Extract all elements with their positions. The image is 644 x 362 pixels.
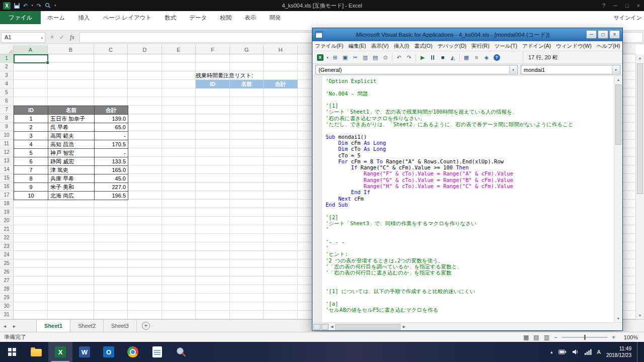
left-table-cell[interactable]: 9 — [14, 183, 48, 192]
row-header-30[interactable]: 30 — [0, 302, 13, 311]
left-table-cell[interactable]: 3 — [14, 132, 48, 140]
row-header-22[interactable]: 22 — [0, 234, 13, 242]
sheet-tab-sheet2[interactable]: Sheet2 — [70, 320, 104, 332]
vbe-save-button[interactable]: ▣ — [340, 53, 350, 62]
cut-button[interactable]: ✂ — [350, 53, 360, 62]
ribbon-tab-0[interactable]: ファイル — [0, 11, 41, 24]
row-header-2[interactable]: 2 — [0, 63, 13, 71]
left-table-cell[interactable]: 高知 昌浩 — [48, 140, 95, 149]
break-button[interactable] — [428, 53, 438, 62]
ribbon-tab-1[interactable]: ホーム — [41, 11, 71, 24]
vbe-menu-9[interactable]: ウィンドウ(W) — [553, 43, 594, 50]
row-header-12[interactable]: 12 — [0, 148, 13, 157]
left-table-cell[interactable]: 5 — [14, 149, 48, 157]
row-header-28[interactable]: 28 — [0, 285, 13, 294]
row-header-3[interactable]: 3 — [0, 71, 13, 80]
ribbon-tab-3[interactable]: ページ レイアウト — [96, 11, 158, 24]
ime-mode-indicator[interactable]: A — [597, 349, 601, 355]
reset-button[interactable]: ■ — [438, 53, 448, 62]
right-list-header-cell[interactable]: 合計 — [264, 80, 298, 88]
left-table-cell[interactable]: 呉 早希 — [48, 123, 95, 132]
taskbar-word[interactable]: W — [72, 342, 97, 362]
ribbon-tab-6[interactable]: 校閲 — [213, 11, 238, 24]
help-button[interactable]: ? — [602, 3, 605, 9]
vbe-menu-2[interactable]: 表示(V) — [368, 43, 391, 50]
left-table-cell[interactable]: 196.5 — [95, 192, 128, 200]
scroll-down-icon[interactable]: ▼ — [636, 312, 644, 319]
page-layout-view-icon[interactable]: ▤ — [533, 334, 539, 340]
save-icon[interactable] — [14, 3, 20, 9]
insert-userform-button[interactable]: ⊞ — [330, 53, 340, 62]
vbe-menu-3[interactable]: 挿入(I) — [391, 43, 412, 50]
taskbar-file-explorer[interactable] — [24, 342, 48, 362]
ribbon-tab-8[interactable]: 開発 — [263, 11, 287, 24]
left-table-cell[interactable]: 1 — [14, 115, 48, 123]
procedure-view-button[interactable] — [313, 324, 320, 330]
row-header-11[interactable]: 11 — [0, 140, 13, 148]
run-button[interactable]: ▶ — [418, 53, 428, 62]
vbe-menu-5[interactable]: デバッグ(D) — [435, 43, 469, 50]
scroll-down-icon[interactable]: ▼ — [614, 315, 622, 322]
ribbon-tab-7[interactable]: 表示 — [238, 11, 263, 24]
row-header-23[interactable]: 23 — [0, 242, 13, 251]
left-table-cell[interactable]: 10 — [14, 192, 48, 200]
row-header-17[interactable]: 17 — [0, 191, 13, 200]
taskbar-magnifier[interactable] — [169, 342, 193, 362]
row-header-18[interactable]: 18 — [0, 200, 13, 208]
vbe-redo-button[interactable]: ↷ — [404, 53, 414, 62]
row-header-29[interactable]: 29 — [0, 294, 13, 302]
redo-icon[interactable]: ↷ — [37, 3, 41, 9]
column-header-E[interactable]: E — [162, 45, 196, 54]
vbe-undo-button[interactable]: ↶ — [394, 53, 404, 62]
scroll-left-icon[interactable]: ◀ — [329, 325, 335, 329]
left-table-cell[interactable]: 2 — [14, 123, 48, 132]
battery-icon[interactable] — [558, 349, 567, 354]
left-table-cell[interactable]: 165.0 — [95, 166, 128, 174]
dropdown-arrow-icon[interactable]: ▾ — [509, 66, 517, 73]
left-table-cell[interactable]: 北海 尚広 — [48, 192, 95, 200]
scroll-up-icon[interactable]: ▲ — [614, 76, 622, 83]
row-header-10[interactable]: 10 — [0, 131, 13, 140]
left-table-cell[interactable]: 7 — [14, 166, 48, 174]
row-header-4[interactable]: 4 — [0, 80, 13, 88]
enter-icon[interactable]: ✓ — [59, 34, 64, 41]
insert-function-icon[interactable]: fx — [70, 34, 74, 41]
row-header-5[interactable]: 5 — [0, 88, 13, 97]
paste-button[interactable]: ▤ — [370, 53, 380, 62]
vbe-vertical-scrollbar[interactable]: ▲ ▼ — [614, 76, 622, 322]
left-table-cell[interactable]: 米子 美和 — [48, 183, 95, 192]
zoom-slider-thumb[interactable] — [584, 335, 586, 340]
right-list-header-cell[interactable]: 名前 — [230, 80, 264, 88]
close-button[interactable]: × — [637, 3, 640, 9]
zoom-level[interactable]: 100% — [620, 334, 638, 340]
vbe-titlebar[interactable]: Microsoft Visual Basic for Applications … — [312, 28, 622, 41]
ribbon-tab-4[interactable]: 数式 — [158, 11, 183, 24]
search-icon[interactable] — [45, 3, 51, 9]
cancel-icon[interactable]: × — [50, 34, 54, 41]
ribbon-tab-5[interactable]: データ — [183, 11, 213, 24]
network-icon[interactable] — [585, 349, 592, 355]
row-header-31[interactable]: 31 — [0, 311, 13, 319]
vbe-minimize-button[interactable]: ─ — [586, 30, 597, 39]
maximize-button[interactable]: □ — [625, 3, 629, 9]
sheet-tab-sheet1[interactable]: Sheet1 — [36, 320, 70, 332]
scroll-up-icon[interactable]: ▲ — [636, 54, 644, 62]
left-table-cell[interactable]: 津 篤史 — [48, 166, 95, 174]
object-browser-button[interactable]: ◈ — [481, 53, 492, 62]
row-header-13[interactable]: 13 — [0, 157, 13, 165]
project-explorer-button[interactable]: ▦ — [461, 53, 471, 62]
column-header-F[interactable]: F — [196, 45, 230, 54]
vbe-horizontal-scrollbar[interactable]: ◀ ▶ — [312, 322, 622, 330]
customize-qat-caret-icon[interactable]: ▾ — [54, 4, 56, 8]
left-table-cell[interactable]: 45.0 — [95, 174, 128, 183]
procedure-dropdown[interactable]: mondai1 ▾ — [521, 65, 620, 74]
vbe-menu-0[interactable]: ファイル(F) — [312, 43, 346, 50]
name-box[interactable]: A1 ▾ — [1, 32, 45, 43]
show-desktop-button[interactable] — [637, 342, 640, 362]
left-table-cell[interactable]: 227.0 — [95, 183, 128, 192]
dropdown-arrow-icon[interactable]: ▾ — [612, 66, 619, 73]
object-dropdown[interactable]: (General) ▾ — [315, 65, 518, 74]
vbe-menu-6[interactable]: 実行(R) — [469, 43, 492, 50]
design-mode-button[interactable]: ◭ — [448, 53, 458, 62]
taskbar-excel[interactable]: X — [48, 342, 72, 362]
